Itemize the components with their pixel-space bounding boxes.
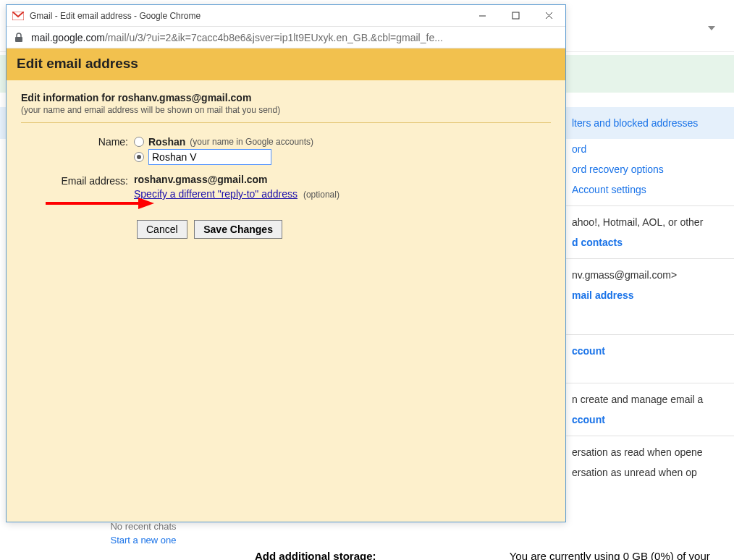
lock-icon bbox=[14, 33, 24, 43]
svg-rect-5 bbox=[15, 37, 22, 42]
chrome-popup-window: Gmail - Edit email address - Google Chro… bbox=[6, 4, 566, 522]
titlebar[interactable]: Gmail - Edit email address - Google Chro… bbox=[7, 5, 565, 27]
edit-email-body: Edit email address Edit information for … bbox=[7, 48, 565, 522]
maximize-button[interactable] bbox=[499, 5, 532, 26]
text-read-opened: ersation as read when opene bbox=[569, 442, 734, 462]
gmail-icon bbox=[12, 12, 24, 20]
link-mail-address[interactable]: mail address bbox=[569, 285, 734, 305]
email-value: roshanv.gmass@gmail.com bbox=[134, 174, 339, 185]
text-providers: ahoo!, Hotmail, AOL, or other bbox=[569, 212, 734, 232]
storage-row: Add additional storage: You are currentl… bbox=[255, 550, 710, 560]
label-name: Name: bbox=[21, 135, 134, 148]
google-name: Roshan bbox=[148, 136, 185, 148]
window-title: Gmail - Edit email address - Google Chro… bbox=[30, 11, 465, 21]
popup-header: Edit email address bbox=[7, 48, 565, 80]
optional-label: (optional) bbox=[303, 190, 339, 200]
popup-title: Edit email address bbox=[17, 56, 555, 72]
label-email: Email address: bbox=[21, 174, 134, 187]
text-manage-email: n create and manage email a bbox=[569, 389, 734, 410]
minimize-button[interactable] bbox=[465, 5, 499, 26]
link-contacts[interactable]: d contacts bbox=[569, 232, 734, 253]
start-new-chat[interactable]: Start a new one bbox=[49, 535, 237, 546]
settings-content: ord ord recovery options Account setting… bbox=[569, 139, 734, 483]
edit-info-sub: (your name and email address will be sho… bbox=[21, 105, 551, 115]
radio-google-name[interactable] bbox=[134, 137, 144, 147]
close-button[interactable] bbox=[532, 5, 565, 26]
save-changes-button[interactable]: Save Changes bbox=[194, 220, 282, 239]
url-text: mail.google.com/mail/u/3/?ui=2&ik=7cacc4… bbox=[31, 32, 443, 43]
text-unread-open: ersation as unread when op bbox=[569, 462, 734, 483]
link-recovery[interactable]: ord recovery options bbox=[569, 159, 734, 179]
no-recent-chats: No recent chats bbox=[110, 521, 176, 532]
custom-name-input[interactable] bbox=[148, 149, 271, 165]
link-account-2[interactable]: ccount bbox=[569, 410, 734, 430]
edit-info-title: Edit information for roshanv.gmass@gmail… bbox=[21, 92, 551, 103]
hangouts-panel: No recent chats Start a new one bbox=[49, 521, 237, 546]
divider bbox=[21, 122, 551, 123]
radio-custom-name[interactable] bbox=[134, 152, 144, 162]
address-bar[interactable]: mail.google.com/mail/u/3/?ui=2&ik=7cacc4… bbox=[7, 27, 565, 48]
link-password[interactable]: ord bbox=[569, 139, 734, 159]
reply-to-link[interactable]: Specify a different "reply-to" address bbox=[134, 188, 298, 200]
svg-rect-2 bbox=[512, 12, 519, 19]
link-account-settings[interactable]: Account settings bbox=[569, 179, 734, 200]
cancel-button[interactable]: Cancel bbox=[137, 220, 187, 239]
link-account-1[interactable]: ccount bbox=[569, 341, 734, 361]
send-as-email: nv.gmass@gmail.com> bbox=[569, 265, 734, 285]
settings-dropdown-caret[interactable] bbox=[708, 26, 715, 30]
google-name-hint: (your name in Google accounts) bbox=[190, 137, 313, 147]
